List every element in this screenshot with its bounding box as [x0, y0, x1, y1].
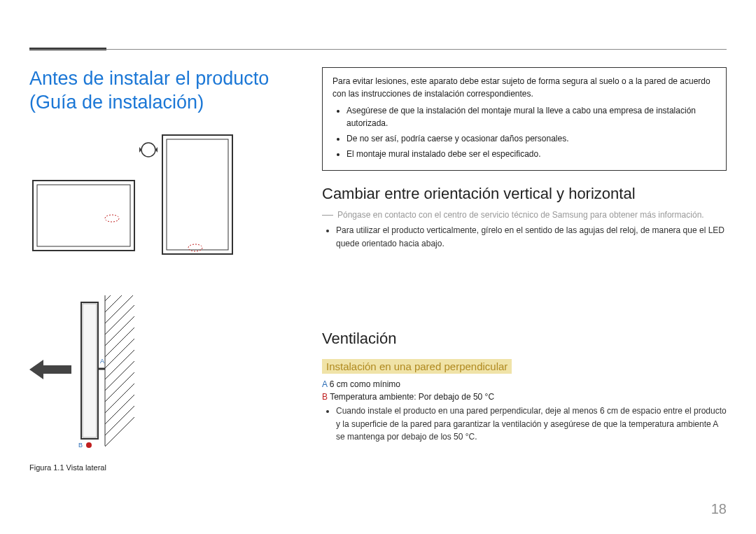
note-dash-icon [322, 215, 333, 216]
ventilation-heading: Ventilación [322, 330, 727, 348]
svg-line-26 [105, 417, 134, 447]
svg-point-27 [86, 442, 92, 448]
svg-rect-10 [81, 302, 98, 439]
figure-caption: Figura 1.1 Vista lateral [29, 463, 309, 472]
main-title: Antes de instalar el producto (Guía de i… [29, 67, 309, 115]
orientation-note: Póngase en contacto con el centro de ser… [322, 210, 727, 220]
warning-item: Asegúrese de que la instalación del mont… [346, 104, 716, 129]
side-view-diagram: A B [29, 295, 253, 456]
warning-list: Asegúrese de que la instalación del mont… [332, 104, 716, 160]
spec-b-label: B [322, 392, 328, 402]
spec-a-text: 6 cm como mínimo [327, 379, 400, 389]
svg-line-21 [105, 361, 134, 391]
ventilation-item: Cuando instale el producto en una pared … [336, 405, 727, 444]
orientation-list: Para utilizar el producto verticalmente,… [322, 224, 727, 250]
svg-line-24 [105, 395, 134, 424]
orientation-diagram [29, 132, 239, 272]
left-column: Antes de instalar el producto (Guía de i… [29, 67, 309, 472]
spec-a: A 6 cm como mínimo [322, 379, 727, 389]
svg-line-18 [105, 328, 134, 357]
spec-b-text: Temperatura ambiente: Por debajo de 50 °… [328, 392, 494, 402]
document-page: Antes de instalar el producto (Guía de i… [0, 0, 756, 534]
svg-rect-4 [167, 139, 228, 250]
svg-line-23 [105, 384, 134, 413]
right-column: Para evitar lesiones, este aparato debe … [322, 67, 727, 447]
spec-b: B Temperatura ambiente: Por debajo de 50… [322, 392, 727, 402]
svg-marker-8 [29, 360, 43, 379]
orientation-item: Para utilizar el producto verticalmente,… [336, 224, 727, 250]
ventilation-list: Cuando instale el producto en una pared … [322, 405, 727, 444]
svg-point-6 [141, 143, 155, 157]
svg-line-16 [105, 305, 134, 335]
svg-line-25 [105, 406, 134, 435]
svg-rect-7 [43, 365, 71, 374]
orientation-heading: Cambiar entre orientación vertical y hor… [322, 185, 727, 203]
page-number: 18 [711, 501, 727, 517]
header-rule [29, 49, 727, 50]
svg-line-17 [105, 316, 134, 346]
svg-line-20 [105, 350, 134, 379]
warning-item: De no ser así, podría caerse y ocasionar… [346, 132, 716, 145]
warning-box: Para evitar lesiones, este aparato debe … [322, 67, 727, 171]
warning-intro: Para evitar lesiones, este aparato debe … [332, 75, 716, 100]
svg-line-19 [105, 339, 134, 368]
label-a: A [100, 358, 104, 365]
label-b: B [78, 442, 83, 449]
svg-rect-3 [162, 135, 232, 254]
svg-rect-0 [33, 181, 134, 251]
ventilation-subheading: Instalación en una pared perpendicular [322, 359, 512, 374]
warning-item: El montaje mural instalado debe ser el e… [346, 148, 716, 160]
orientation-note-text: Póngase en contacto con el centro de ser… [337, 210, 704, 220]
svg-point-2 [105, 215, 119, 222]
svg-line-22 [105, 372, 134, 402]
